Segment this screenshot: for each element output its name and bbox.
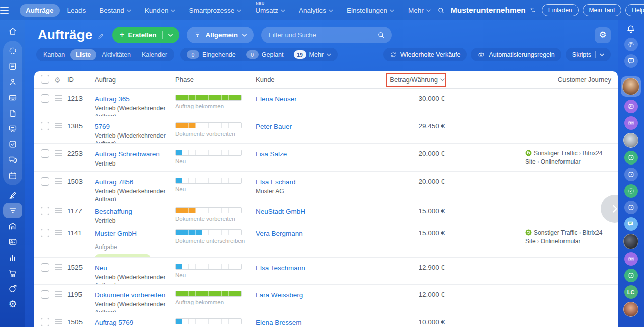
table-row[interactable]: 1385 5769 Vertrieb (Wiederkehrender Auft… — [34, 116, 618, 144]
column-header-kunde[interactable]: Kunde — [256, 76, 364, 84]
drag-handle-icon[interactable] — [54, 258, 67, 271]
counter-mehr[interactable]: 19Mehr — [289, 50, 336, 59]
drag-handle-icon[interactable] — [54, 223, 67, 237]
drag-handle-icon[interactable] — [54, 172, 67, 185]
e-sign-icon[interactable] — [3, 187, 22, 203]
task-check-icon[interactable] — [624, 168, 638, 181]
drag-handle-icon[interactable] — [54, 89, 67, 102]
edit-title-icon[interactable] — [97, 32, 105, 40]
row-checkbox[interactable] — [41, 318, 49, 326]
view-settings-button[interactable]: ⚙ — [595, 27, 611, 43]
user-avatar[interactable] — [623, 234, 638, 249]
order-link[interactable]: Muster GmbH — [95, 230, 137, 237]
phase-progress-bar[interactable] — [175, 150, 242, 156]
phase-progress-bar[interactable] — [175, 122, 242, 128]
counter-geplant[interactable]: 0Geplant — [241, 50, 289, 59]
phase-progress-bar[interactable] — [175, 318, 242, 324]
action-automatisierungsregeln[interactable]: Automatisierungsregeln — [471, 48, 561, 61]
topbar-pill-helpdesk[interactable]: Helpdesk — [625, 4, 644, 16]
table-row[interactable]: 1525 Neu Vertrieb (Wiederkehrender Auftr… — [34, 258, 618, 285]
calendar-icon[interactable] — [3, 168, 22, 183]
table-row[interactable]: 1141 Muster GmbH Aufgabe ABGESCHLOSSEN D… — [34, 223, 618, 258]
news-feed-icon[interactable] — [3, 58, 22, 74]
filter-search-input[interactable] — [268, 31, 373, 39]
nav-item-aufträge[interactable]: Aufträge — [20, 4, 60, 17]
table-row[interactable]: 1177 Beschaffung Vertrieb Dokumente vorb… — [34, 201, 618, 223]
user-avatar[interactable] — [623, 133, 638, 148]
row-checkbox[interactable] — [41, 149, 49, 158]
column-header-id[interactable]: ID — [67, 76, 95, 84]
column-header-customer-journey[interactable]: Customer Journey — [522, 76, 618, 84]
open-lines-icon[interactable] — [624, 217, 638, 231]
drag-handle-icon[interactable] — [54, 285, 67, 298]
order-link[interactable]: Auftrag 7856 — [95, 178, 133, 186]
order-link[interactable]: Dokumente vorbereiten — [95, 291, 165, 299]
analytics-icon[interactable] — [3, 250, 22, 265]
contact-card-icon[interactable] — [624, 252, 638, 266]
row-checkbox[interactable] — [41, 263, 49, 272]
column-header-auftrag[interactable]: Auftrag — [95, 76, 175, 84]
marketing-icon[interactable] — [3, 281, 22, 296]
filter-search-box[interactable] — [261, 27, 392, 43]
chat-history-icon[interactable] — [624, 54, 638, 68]
nav-item-kunden[interactable]: Kunden — [139, 4, 182, 17]
company-name[interactable]: Musterunternehmen — [451, 6, 536, 15]
switch-company-icon[interactable] — [529, 7, 536, 14]
task-check-icon[interactable] — [624, 184, 638, 198]
notifications-icon[interactable] — [625, 24, 636, 35]
drag-handle-icon[interactable] — [54, 116, 67, 130]
crm-icon[interactable] — [3, 203, 22, 218]
action-wiederholte-verkäufe[interactable]: Wiederholte Verkäufe — [383, 48, 467, 61]
select-all-checkbox[interactable] — [34, 75, 54, 85]
topbar-pill-mein-tarif[interactable]: Mein Tarif — [583, 4, 622, 16]
view-tab-aktivitäten[interactable]: Aktivitäten — [96, 49, 136, 60]
copilot-icon[interactable] — [624, 38, 638, 51]
view-tab-kalender[interactable]: Kalender — [136, 49, 173, 60]
table-row[interactable]: 2253 Auftrag Schreibwaren Vertrieb Neu L… — [34, 144, 618, 172]
order-link[interactable]: Beschaffung — [95, 208, 132, 215]
row-checkbox[interactable] — [41, 290, 49, 299]
phase-progress-bar[interactable] — [175, 207, 242, 213]
row-checkbox[interactable] — [41, 94, 49, 103]
customer-link[interactable]: Elsa Teschmann — [256, 264, 305, 272]
create-button[interactable]: + Erstellen — [112, 27, 180, 43]
row-checkbox[interactable] — [41, 207, 49, 215]
table-row[interactable]: 1213 Auftrag 365 Vertrieb (Wiederkehrend… — [34, 89, 618, 116]
whiteboard-icon[interactable] — [3, 121, 22, 136]
employees-icon[interactable] — [3, 74, 22, 90]
settings-gear-icon[interactable]: ⚙ — [3, 296, 22, 312]
pulse-icon[interactable] — [3, 43, 22, 58]
drive-icon[interactable] — [3, 90, 22, 105]
filter-preset-button[interactable]: Allgemein — [187, 27, 254, 43]
table-row[interactable]: 1505 Auftrag 5769 Neu Elena Bressem 10.0… — [34, 312, 618, 327]
action-skripts[interactable]: Skripts — [566, 48, 611, 61]
order-link[interactable]: Auftrag 5769 — [95, 319, 133, 326]
table-row[interactable]: 1195 Dokumente vorbereiten Vertrieb (Wie… — [34, 285, 618, 312]
contact-card-icon[interactable] — [624, 116, 638, 130]
contact-center-icon[interactable] — [3, 234, 22, 250]
home-icon[interactable] — [3, 23, 22, 39]
nav-item-leads[interactable]: Leads — [61, 4, 92, 17]
user-avatar[interactable] — [621, 76, 641, 97]
task-check-icon[interactable] — [624, 201, 638, 214]
nav-item-einstellungen[interactable]: Einstellungen — [341, 4, 400, 17]
table-row[interactable]: 1503 Auftrag 7856 Vertrieb (Wiederkehren… — [34, 172, 618, 201]
order-link[interactable]: Auftrag 365 — [95, 95, 130, 103]
nav-item-bestand[interactable]: Bestand — [93, 4, 137, 17]
row-checkbox[interactable] — [41, 177, 49, 186]
column-header-phase[interactable]: Phase — [175, 76, 256, 84]
warehouse-icon[interactable] — [3, 218, 22, 234]
row-checkbox[interactable] — [41, 229, 49, 237]
row-checkbox[interactable] — [41, 122, 49, 130]
grid-settings-gear-icon[interactable]: ⚙ — [54, 76, 67, 84]
order-link[interactable]: Neu — [95, 264, 107, 272]
task-check-icon[interactable] — [624, 151, 638, 165]
task-check-icon[interactable] — [624, 269, 638, 282]
counter-eingehende[interactable]: 0Eingehende — [182, 50, 241, 59]
search-icon[interactable] — [377, 31, 385, 39]
customer-link[interactable]: Lara Weissberg — [256, 291, 303, 299]
create-dropdown-chevron[interactable] — [164, 32, 177, 39]
phase-progress-bar[interactable] — [175, 291, 242, 297]
tasks-icon[interactable] — [3, 136, 22, 152]
column-header-betrag[interactable]: Betrag/Währung — [364, 76, 445, 84]
